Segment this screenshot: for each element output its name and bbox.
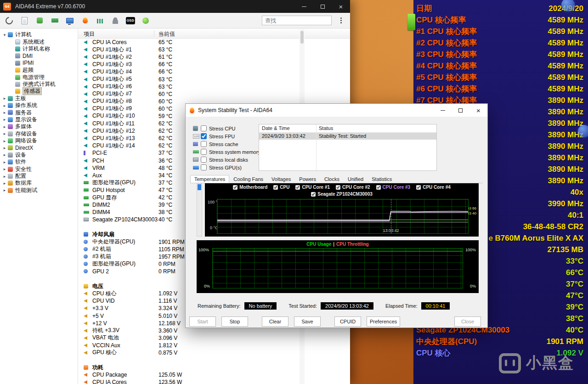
dialog-maximize-button[interactable] [452, 104, 469, 117]
expander-icon[interactable]: ▸ [2, 181, 7, 186]
desktop-shortcut-icon[interactable] [407, 14, 415, 30]
dialog-button[interactable]: Preferences [367, 316, 400, 327]
monitor-icon[interactable] [65, 16, 74, 25]
graph-scrollbar-thumb[interactable] [198, 184, 201, 190]
sensor-row[interactable]: 待机 +3.3V 3.360 V [78, 327, 350, 334]
legend-checkbox[interactable]: CPU Core #4 [416, 185, 451, 190]
report-icon[interactable] [20, 16, 29, 25]
benchmark-icon[interactable] [96, 16, 105, 25]
dialog-titlebar[interactable]: System Stability Test - AIDA64 × [186, 104, 487, 117]
legend-checkbox[interactable]: Motherboard [233, 185, 267, 190]
expander-icon[interactable]: ▸ [2, 131, 7, 136]
sensor-row[interactable]: VBAT 电池 3.096 V [78, 334, 350, 342]
sensor-row[interactable] [78, 356, 350, 364]
user-icon[interactable] [111, 16, 120, 25]
legend-checkbox-input[interactable] [273, 185, 278, 190]
graph-tab[interactable]: Powers [295, 175, 320, 183]
sidebar-item[interactable]: 电源管理 [0, 73, 78, 80]
sensor-row[interactable]: CPU #1/核心 #4 66 °C [78, 68, 350, 75]
sidebar-item[interactable]: ▸ 性能测试 [0, 187, 78, 194]
sensor-row[interactable]: CPU #1/核心 #2 61 °C [78, 53, 350, 61]
refresh-icon[interactable] [5, 16, 14, 25]
legend-checkbox[interactable]: CPU Core #1 [295, 185, 330, 190]
sidebar-item[interactable]: ▸ 数据库 [0, 180, 78, 186]
dialog-button[interactable]: Start [189, 316, 216, 327]
dialog-button[interactable]: Stop [221, 316, 248, 327]
sidebar-item[interactable]: ▸ 服务器 [0, 109, 78, 116]
stress-option[interactable]: Stress GPU(s) [193, 164, 258, 171]
sensor-row[interactable]: VCCIN Aux 1.812 V [78, 342, 350, 349]
expander-icon[interactable]: ▸ [2, 167, 7, 171]
stress-option[interactable]: Stress cache [193, 140, 258, 148]
expander-icon[interactable]: ▸ [2, 146, 7, 150]
dialog-button[interactable]: CPUID [334, 316, 361, 327]
more-menu-icon[interactable] [336, 16, 345, 25]
legend-checkbox[interactable]: CPU [273, 185, 289, 190]
expander-icon[interactable]: ▸ [2, 160, 7, 164]
legend-checkbox-input[interactable] [376, 185, 381, 190]
expander-icon[interactable]: ▸ [2, 174, 7, 179]
graph-scrollbar[interactable] [197, 183, 202, 237]
sidebar-item[interactable]: ▸ 安全性 [0, 165, 78, 172]
graph-tab[interactable]: Statistics [368, 175, 396, 183]
close-button[interactable]: × [332, 0, 350, 13]
sidebar-item[interactable]: DMI [0, 52, 78, 59]
graph-tab[interactable]: Unified [344, 175, 368, 183]
sidebar-item[interactable]: 便携式计算机 [0, 81, 78, 88]
dialog-button[interactable]: Close [454, 316, 481, 327]
graph-tab[interactable]: Voltages [267, 175, 295, 183]
stability-test-flame-icon[interactable] [80, 16, 90, 25]
sidebar-item[interactable]: IPMI [0, 60, 78, 67]
titlebar[interactable]: 64 AIDA64 Extreme v7.00.6700 × [0, 0, 350, 13]
sidebar-item[interactable]: ▸ 设备 [0, 152, 78, 158]
sidebar-item[interactable]: 超频 [0, 67, 78, 73]
sidebar-item[interactable]: ▸ 配置 [0, 173, 78, 180]
legend-checkbox-input[interactable] [336, 185, 340, 190]
sensor-row[interactable]: CPU IA Cores 123.56 W [78, 378, 350, 384]
expander-icon[interactable]: ▾ [2, 33, 7, 37]
expander-icon[interactable]: ▸ [2, 103, 7, 108]
expander-icon[interactable]: ▸ [2, 188, 7, 192]
legend-checkbox-input[interactable] [295, 185, 300, 190]
sensor-row[interactable]: CPU #1/核心 #7 60 °C [78, 90, 350, 98]
stress-option-checkbox[interactable] [201, 141, 207, 147]
sidebar-item[interactable]: 传感器 [0, 88, 78, 95]
sidebar-item[interactable]: ▸ 软件 [0, 158, 78, 165]
expander-icon[interactable]: ▸ [2, 96, 7, 101]
stress-option[interactable]: Stress CPU [193, 124, 258, 132]
sensor-row[interactable]: CPU #1/核心 #6 63 °C [78, 83, 350, 90]
sidebar-item[interactable]: ▸ 存储设备 [0, 130, 78, 137]
expander-icon[interactable]: ▸ [2, 124, 7, 129]
dialog-minimize-button[interactable] [434, 104, 452, 117]
expander-icon[interactable]: ▸ [2, 139, 7, 143]
graph-tab[interactable]: Cooling Fans [229, 175, 267, 183]
legend-checkbox[interactable]: CPU Core #2 [336, 185, 370, 190]
stress-option-checkbox[interactable] [201, 133, 207, 139]
update-icon[interactable] [35, 16, 44, 25]
scrollbar-thumb[interactable] [300, 31, 304, 44]
expander-icon[interactable]: ▸ [2, 117, 7, 122]
stress-option[interactable]: Stress FPU [193, 132, 258, 140]
sidebar-item[interactable]: ▸ 网络设备 [0, 137, 78, 144]
sidebar-item[interactable]: ▸ 显示设备 [0, 116, 78, 123]
sidebar-item[interactable]: 系统概述 [0, 38, 78, 45]
stress-option-checkbox[interactable] [201, 157, 207, 163]
legend-checkbox-input[interactable] [233, 185, 237, 190]
sidebar-item[interactable]: ▸ 多媒体 [0, 123, 78, 130]
dialog-button[interactable]: Clear [262, 316, 288, 327]
graph-tab[interactable]: Temperatures [190, 175, 229, 183]
dialog-close-button[interactable]: × [469, 104, 487, 117]
expander-icon[interactable]: ▸ [2, 152, 7, 157]
stress-option-checkbox[interactable] [201, 125, 207, 131]
sensor-row[interactable]: CPU IA Cores 65 °C [78, 39, 350, 46]
legend-checkbox-input[interactable] [416, 185, 421, 190]
stress-option-checkbox[interactable] [201, 149, 207, 155]
legend-checkbox[interactable]: CPU Core #3 [376, 185, 411, 190]
sidebar-item[interactable]: 计算机名称 [0, 45, 78, 52]
sensor-row[interactable]: CPU #1/核心 #5 63 °C [78, 75, 350, 83]
sidebar-item[interactable]: ▾ 计算机 [0, 31, 78, 38]
minimize-button[interactable] [295, 0, 313, 13]
search-input[interactable] [262, 16, 332, 25]
sensor-panel-icon[interactable] [141, 16, 150, 25]
sensor-row[interactable]: CPU #1/核心 #1 63 °C [78, 46, 350, 53]
